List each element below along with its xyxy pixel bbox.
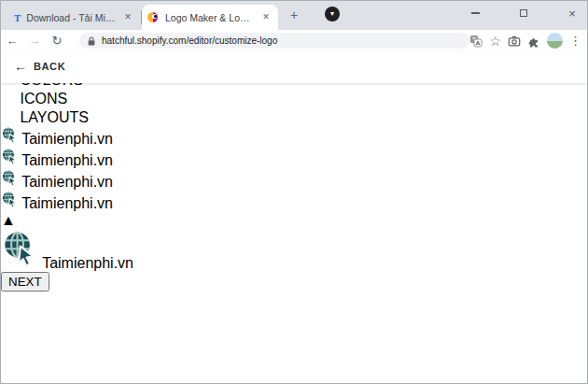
link-icon xyxy=(1,107,16,122)
logo-option-bold-sans[interactable]: Taimienphi.vn xyxy=(1,169,587,191)
globe-cursor-icon xyxy=(1,229,38,268)
logo-preview: Taimienphi.vn xyxy=(1,169,587,191)
logo-option-serif[interactable]: Taimienphi.vn xyxy=(1,126,587,148)
close-icon[interactable]: × xyxy=(121,11,134,24)
back-button[interactable]: ← BACK xyxy=(14,59,65,74)
maximize-button[interactable] xyxy=(505,1,542,25)
minimize-button[interactable] xyxy=(456,1,494,25)
selected-logo-preview: Taimienphi.vn xyxy=(1,229,587,272)
menu-dots-icon[interactable]: ⋮ xyxy=(569,35,581,47)
refresh-icon[interactable]: ↻ xyxy=(46,34,68,48)
tab-favicon-t: T xyxy=(14,12,21,23)
editor-footer: NEXT xyxy=(1,272,587,292)
tab-logo-maker[interactable]: Logo Maker & Logo Creator - Fr × xyxy=(142,5,278,30)
logo-option-mono-selected[interactable]: Taimienphi.vn xyxy=(1,148,587,169)
next-button[interactable]: NEXT xyxy=(1,272,49,292)
forward-nav-icon[interactable]: → xyxy=(23,34,46,48)
logo-option-sans[interactable]: Taimienphi.vn xyxy=(1,191,587,212)
globe-cursor-icon xyxy=(1,126,18,144)
logo-text: Taimienphi.vn xyxy=(21,131,113,147)
tab-title: Download - Tải Miền Phí VN - Ph xyxy=(26,12,116,23)
bookmark-star-icon[interactable]: ☆ xyxy=(489,35,501,48)
globe-cursor-icon xyxy=(1,191,18,208)
tab-title: Logo Maker & Logo Creator - Fr xyxy=(165,12,254,23)
hatchful-logo xyxy=(271,53,295,78)
profile-avatar[interactable] xyxy=(547,33,563,49)
logo-text: Taimienphi.vn xyxy=(21,174,113,190)
window-close-button[interactable]: × xyxy=(553,1,588,25)
logo-text: Taimienphi.vn xyxy=(21,152,113,168)
translate-icon[interactable] xyxy=(469,35,483,48)
logo-preview: Taimienphi.vn xyxy=(1,191,587,212)
back-arrow-icon: ← xyxy=(14,59,27,74)
globe-cursor-icon xyxy=(1,148,18,165)
logo-text: Taimienphi.vn xyxy=(21,195,113,211)
browser-toolbar: ← → ↻ hatchful.shopify.com/editor/custom… xyxy=(1,30,587,51)
camera-icon[interactable] xyxy=(508,35,521,48)
url-text: hatchful.shopify.com/editor/customize-lo… xyxy=(102,36,277,46)
sidebar-item-layouts[interactable]: LAYOUTS xyxy=(1,107,587,126)
logo-preview: Taimienphi.vn xyxy=(1,148,587,169)
scrollbar[interactable]: ▲ xyxy=(1,212,587,229)
toolbar-actions: ☆ ⋮ xyxy=(469,30,581,51)
globe-cursor-icon xyxy=(1,169,18,187)
tab-download[interactable]: T Download - Tải Miền Phí VN - Ph × xyxy=(8,5,140,30)
logo-text: Taimienphi.vn xyxy=(42,255,133,271)
logo-preview: Taimienphi.vn xyxy=(1,126,587,148)
hatchful-favicon xyxy=(147,11,160,23)
tab-strip: T Download - Tải Miền Phí VN - Ph × Logo… xyxy=(1,1,587,30)
scroll-up-icon[interactable]: ▲ xyxy=(1,212,16,228)
new-tab-button[interactable]: + xyxy=(286,7,302,24)
sidebar-label: ICONS xyxy=(20,91,67,107)
font-options-grid: Taimienphi.vn Taimienphi.vn Taimienphi.v… xyxy=(1,126,587,229)
lock-icon xyxy=(87,36,96,47)
extensions-puzzle-icon[interactable] xyxy=(527,35,540,48)
address-bar[interactable]: hatchful.shopify.com/editor/customize-lo… xyxy=(79,33,469,49)
back-label: BACK xyxy=(34,61,65,72)
sidebar-item-icons[interactable]: ICONS xyxy=(1,89,587,107)
logo-preview-panel: Taimienphi.vn xyxy=(1,229,587,272)
image-icon xyxy=(1,89,16,104)
sidebar-label: LAYOUTS xyxy=(20,109,89,125)
back-nav-icon[interactable]: ← xyxy=(1,34,23,48)
close-icon[interactable]: × xyxy=(259,11,273,24)
download-indicator-icon[interactable]: ▼ xyxy=(325,7,340,21)
browser-window: T Download - Tải Miền Phí VN - Ph × Logo… xyxy=(0,0,588,384)
